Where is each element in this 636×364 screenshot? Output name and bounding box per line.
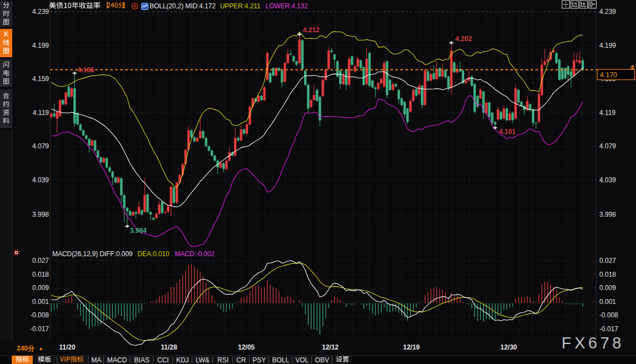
- boll-upper-label: UPPER:4.211: [220, 2, 261, 10]
- macd-axis-label-left: 0.009: [16, 285, 49, 291]
- macd-axis-label-right: -0.017: [599, 326, 618, 332]
- toolbar-button-lw[interactable]: LW&: [193, 356, 212, 364]
- candlestick-chart-canvas[interactable]: 4.1664.2124.2024.1013.984: [0, 0, 636, 364]
- date-axis-label: 12/05: [238, 343, 255, 351]
- period-indicator[interactable]: 240分▲: [17, 344, 43, 353]
- toolbar-button-obv[interactable]: OBV: [312, 356, 332, 364]
- toolbar-button-kdj[interactable]: KDJ: [173, 356, 192, 364]
- pan-tool-icon[interactable]: [562, 1, 570, 8]
- swing-annotation-label: 4.101: [499, 128, 516, 136]
- price-axis-label-left: 4.079: [16, 143, 49, 149]
- sidebar-tab-kline-chart[interactable]: [0, 29, 12, 58]
- period-up-arrow-icon: ▲: [38, 346, 43, 351]
- toolbar-button-indicators[interactable]: [12, 356, 33, 364]
- boll-param-label: BOLL(20,2) MID:4.172: [150, 2, 216, 10]
- price-axis-label-right: 4.239: [599, 8, 616, 15]
- macd-value-label: MACD:-0.002: [175, 250, 215, 258]
- toolbar-separator: [332, 356, 332, 363]
- macd-panel: [51, 261, 583, 346]
- toolbar-button-boll[interactable]: BOLL: [270, 356, 292, 364]
- toolbar-button-psy[interactable]: PSY: [250, 356, 269, 364]
- y-axis-scale-left-icon[interactable]: [571, 1, 579, 8]
- toolbar-separator: [311, 356, 312, 363]
- watermark: FX678: [562, 334, 624, 352]
- chart-toolbar: [562, 1, 597, 8]
- macd-axis-label-left: 0.018: [16, 271, 49, 278]
- toolbar-button-cci[interactable]: CCI: [154, 356, 172, 364]
- date-axis-label: 12/19: [403, 343, 420, 351]
- macd-axis-label-right: 0.027: [599, 257, 616, 264]
- toolbar-button-cr[interactable]: CR: [233, 356, 249, 364]
- toolbar-separator: [232, 356, 233, 363]
- boll-mid-line: [51, 68, 583, 207]
- toolbar-button-templates[interactable]: [33, 356, 56, 364]
- price-axis-label-right: 4.039: [599, 177, 616, 183]
- price-axis-label-right: 4.079: [599, 143, 616, 149]
- mini-chart-icon[interactable]: [141, 3, 148, 10]
- macd-axis-label-left: -0.008: [16, 312, 49, 318]
- macd-axis-label-right: 0.009: [599, 285, 616, 291]
- y-axis-scale-play-icon[interactable]: [580, 1, 588, 8]
- toolbar-separator: [192, 356, 192, 363]
- macd-header: MACD(26,12,9) DIFF:0.009 DEA:0.010 MACD:…: [52, 250, 215, 258]
- bottom-toolbar: MAMACDBIASCCIKDJLW&RSICRPSYBOLLVOLOBV: [0, 356, 636, 364]
- boll-lower-label: LOWER:4.132: [265, 2, 307, 10]
- date-axis: 11/2011/2812/0512/1212/1912/30: [0, 340, 636, 356]
- swing-annotation-label: 4.202: [455, 35, 472, 43]
- price-axis-label-right: 4.159: [599, 76, 616, 82]
- price-axis-label-left: 4.159: [16, 76, 49, 82]
- price-axis-label-left: 4.239: [16, 8, 49, 15]
- date-axis-label: 11/20: [59, 343, 75, 351]
- toolbar-separator: [57, 356, 57, 363]
- sidebar-tab-time-share-chart[interactable]: [0, 1, 12, 28]
- sidebar-tab-contract-info[interactable]: [0, 89, 12, 129]
- toolbar-separator: [269, 356, 269, 363]
- add-indicator-icon[interactable]: [131, 3, 138, 10]
- macd-param-label: MACD(26,12,9) DIFF:0.009: [52, 250, 132, 258]
- chart-header: BOLL(20,2) MID:4.172 UPPER:4.211 LOWER:4…: [49, 2, 308, 10]
- macd-axis-label-left: 0.027: [16, 257, 49, 264]
- go-to-latest-icon[interactable]: [589, 1, 597, 8]
- swing-annotation-label: 4.166: [77, 66, 94, 74]
- date-axis-label: 12/12: [322, 343, 339, 351]
- toolbar-separator: [172, 356, 173, 363]
- toolbar-button-vip-indicators[interactable]: [58, 356, 87, 364]
- toolbar-button-settings[interactable]: [333, 356, 352, 364]
- price-axis-label-right: 4.199: [599, 42, 616, 49]
- toolbar-separator: [130, 356, 130, 363]
- trading-app-window: 4.1664.2124.2024.1013.984 BOLL(20,2) MID…: [0, 0, 636, 364]
- price-axis-label-left: 4.039: [16, 177, 49, 183]
- price-axis-label-right: 4.119: [599, 109, 615, 116]
- macd-axis-label-right: 0.018: [599, 271, 616, 278]
- left-sidebar: [0, 0, 12, 340]
- macd-dea-label: DEA:0.010: [137, 250, 169, 258]
- toolbar-button-bias[interactable]: BIAS: [131, 356, 153, 364]
- gridlines: [0, 0, 636, 356]
- instrument-title: [49, 2, 101, 10]
- toolbar-separator: [292, 356, 292, 363]
- swing-annotation-label: 3.984: [130, 227, 147, 235]
- toolbar-separator: [88, 356, 88, 363]
- swing-annotation-label: 4.212: [303, 26, 320, 34]
- toolbar-button-rsi[interactable]: RSI: [213, 356, 232, 364]
- toolbar-separator: [249, 356, 250, 363]
- macd-axis-label-right: -0.008: [599, 312, 618, 318]
- price-axis-label-left: 4.199: [16, 42, 49, 49]
- toolbar-separator: [212, 356, 213, 363]
- toolbar-separator: [103, 356, 104, 363]
- period-tag: [102, 2, 130, 10]
- date-axis-label: 12/30: [500, 343, 517, 351]
- price-axis-label-left: 4.119: [16, 109, 49, 116]
- macd-axis-label-left: -0.017: [16, 326, 49, 332]
- macd-axis-label-right: 0.001: [599, 298, 616, 305]
- toolbar-button-vol[interactable]: VOL: [293, 356, 312, 364]
- sidebar-tab-flash-chart[interactable]: [0, 59, 12, 88]
- price-axis-label-left: 3.998: [16, 211, 49, 218]
- toolbar-button-macd[interactable]: MACD: [105, 356, 130, 364]
- alert-burst-icon[interactable]: [13, 249, 20, 256]
- macd-diff-line: [51, 261, 583, 346]
- date-axis-label: 11/28: [161, 343, 177, 351]
- price-axis-label-right: 3.998: [599, 211, 616, 218]
- toolbar-separator: [153, 356, 153, 363]
- toolbar-button-ma[interactable]: MA: [89, 356, 104, 364]
